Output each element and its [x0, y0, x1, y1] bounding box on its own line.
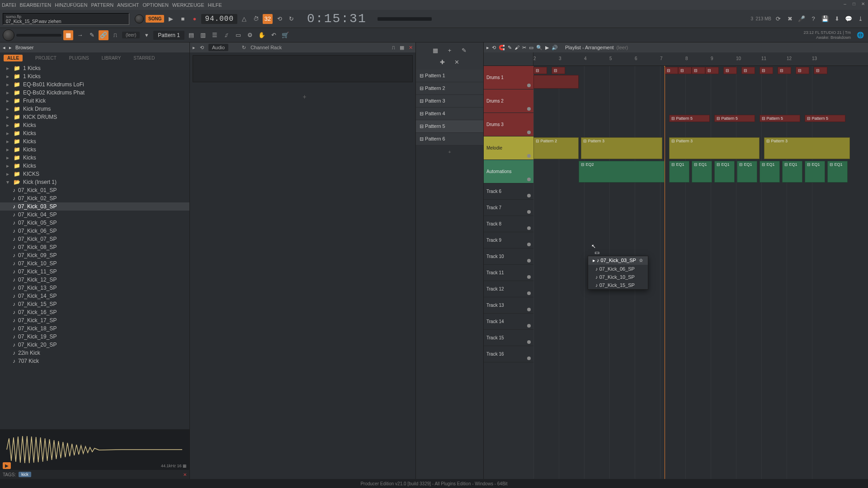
browser-folder[interactable]: ▸📁Kicks	[0, 154, 189, 162]
playlist-clip[interactable]: ⊟ Pattern 2	[533, 137, 579, 159]
track-header[interactable]: Track 14	[484, 314, 533, 330]
playlist-clip[interactable]: ⊟ Pa…n 6	[723, 67, 737, 74]
view-pianoroll-icon[interactable]: ▥	[198, 30, 208, 40]
drop-menu-item[interactable]: ▸ ♪ 07_Kick_03_SP ☆	[588, 256, 648, 265]
menu-werkzeuge[interactable]: WERKZEUGE	[172, 2, 204, 8]
browser-folder[interactable]: ▸📁KICK DRUMS	[0, 113, 189, 121]
cr-close-icon[interactable]: ✕	[409, 45, 413, 51]
loop-icon[interactable]: ↻	[286, 14, 296, 24]
pattern-add-button[interactable]: +	[416, 145, 483, 158]
view-mixer-icon[interactable]: ⎎	[222, 30, 231, 40]
browser-file[interactable]: ♪07_Kick_07_SP	[0, 235, 189, 243]
route-dropdown-icon[interactable]: ▾	[142, 30, 151, 40]
playlist-clip[interactable]: ⊟ Pa…n 6	[741, 67, 755, 74]
playlist-clip[interactable]: ⊟ EQ1	[737, 161, 757, 183]
menu-optionen[interactable]: OPTIONEN	[142, 2, 168, 8]
playlist-clip[interactable]: ⊟ Pattern 3	[581, 137, 662, 159]
cr-graph-icon[interactable]: ⎍	[392, 45, 395, 50]
playlist-clip[interactable]: ⊟ EQ1	[692, 161, 712, 183]
edit-tool-icon[interactable]: ✎	[87, 30, 97, 40]
track-mute-dot[interactable]	[527, 194, 531, 197]
sample-drop-menu[interactable]: ▸ ♪ 07_Kick_03_SP ☆ ♪ 07_Kick_06_SP ♪ 07…	[588, 256, 648, 290]
step-seq-area[interactable]	[193, 55, 413, 82]
mixer-route-empty[interactable]: (leer)	[122, 32, 140, 38]
browser-file[interactable]: ♪07_Kick_01_SP	[0, 186, 189, 194]
view-playlist-icon[interactable]: ▤	[186, 30, 196, 40]
browser-folder-open[interactable]: ▾📂Kick (Insert 1)	[0, 178, 189, 186]
track-mute-dot[interactable]	[527, 243, 531, 246]
playlist-ruler[interactable]: 2345678910111213	[484, 52, 868, 66]
drop-menu-item[interactable]: ♪ 07_Kick_10_SP	[588, 273, 648, 281]
track-header[interactable]: Track 7	[484, 200, 533, 216]
playlist-clip[interactable]: ⊟ Pattern 5	[669, 115, 710, 122]
track-header[interactable]: Automations	[484, 160, 533, 183]
link-next-icon[interactable]: →	[75, 30, 85, 40]
drop-menu-item[interactable]: ♪ 07_Kick_06_SP	[588, 265, 648, 273]
browser-file[interactable]: ♪07_Kick_16_SP	[0, 308, 189, 316]
pl-zoom-icon[interactable]: 🔍	[536, 45, 542, 51]
pattern-list-item[interactable]: ⊟ Pattern 2	[416, 82, 483, 95]
track-header[interactable]: Drums 1	[484, 66, 533, 89]
playlist-clip[interactable]: ⊟ Pattern 5	[714, 115, 755, 122]
browser-tab-library[interactable]: LIBRARY	[102, 56, 121, 61]
browser-back-icon[interactable]: ◂	[3, 45, 5, 51]
track-mute-dot[interactable]	[527, 210, 531, 214]
pl-brush-icon[interactable]: 🖌	[514, 45, 519, 50]
browser-folder[interactable]: ▸📁Kicks	[0, 145, 189, 154]
picker-plus2-icon[interactable]: ✚	[438, 57, 448, 67]
record-button[interactable]: ●	[189, 14, 199, 24]
playlist-clip[interactable]: ⊟ EQ2	[579, 161, 665, 183]
overdub-icon[interactable]: ⟲	[274, 14, 284, 24]
track-header[interactable]: Track 9	[484, 232, 533, 249]
playlist-clip[interactable]: ⊟ EQ1	[669, 161, 689, 183]
track-mute-dot[interactable]	[527, 308, 531, 311]
menu-hilfe[interactable]: HILFE	[208, 2, 222, 8]
track-header[interactable]: Track 10	[484, 249, 533, 265]
browser-file[interactable]: ♪07_Kick_06_SP	[0, 227, 189, 235]
window-close[interactable]: ✕	[860, 1, 866, 7]
play-button[interactable]: ▶	[166, 14, 176, 24]
playlist-clip[interactable]: ⊟ Pa…n 6	[665, 67, 678, 74]
download-icon[interactable]: ⤓	[855, 14, 865, 24]
track-header[interactable]: Track 13	[484, 297, 533, 314]
track-mute-dot[interactable]	[527, 107, 531, 111]
browser-file[interactable]: ♪07_Kick_08_SP	[0, 243, 189, 251]
save-icon[interactable]: 💾	[820, 14, 830, 24]
view-channelrack-icon[interactable]: ☰	[210, 30, 220, 40]
track-mute-dot[interactable]	[527, 226, 531, 230]
browser-folder[interactable]: ▸📁Kicks	[0, 137, 189, 145]
cr-options-icon[interactable]: ⟲	[200, 45, 204, 51]
cr-view-icon[interactable]: ▦	[400, 45, 404, 51]
browser-tab-project[interactable]: PROJECT	[35, 56, 57, 61]
track-mute-dot[interactable]	[527, 178, 531, 181]
step-seq-icon[interactable]: ▦	[63, 30, 73, 40]
pl-pencil-icon[interactable]: ✎	[508, 45, 512, 51]
snap-selector[interactable]: 32	[263, 14, 273, 24]
master-pitch-slider[interactable]	[16, 34, 61, 37]
track-mute-dot[interactable]	[527, 357, 531, 360]
track-header[interactable]: Track 12	[484, 281, 533, 297]
undo-icon[interactable]: ↶	[269, 30, 278, 40]
browser-file[interactable]: ♪22in Kick	[0, 349, 189, 357]
playlist-grid[interactable]: ⊟ Pa…n 6⊟ Pa…n 6⊟ Pa…n 6⊟ Pa…n 6⊟ Pa…n 6…	[533, 66, 868, 479]
picker-grid-icon[interactable]: ▦	[430, 45, 440, 55]
pattern-list-item[interactable]: ⊟ Pattern 1	[416, 70, 483, 82]
pitch-knob[interactable]	[3, 29, 14, 41]
track-mute-dot[interactable]	[527, 275, 531, 279]
browser-folder[interactable]: ▸📁Fruit Kick	[0, 97, 189, 105]
playlist-clip[interactable]: ⊟ Pa…n 6	[814, 67, 827, 74]
menu-hinzufuegen[interactable]: HINZUFÜGEN	[55, 2, 87, 8]
song-mode-button[interactable]: SONG	[146, 15, 164, 23]
cr-menu-icon[interactable]: ▸	[193, 45, 195, 51]
browser-file[interactable]: ♪07_Kick_03_SP	[0, 202, 189, 211]
browser-folder[interactable]: ▸📁Kicks	[0, 162, 189, 170]
playlist-clip[interactable]: ⊟ Pa…n 6	[678, 67, 692, 74]
view-browser-icon[interactable]: ▭	[233, 30, 243, 40]
pl-select-icon[interactable]: ▭	[529, 45, 533, 51]
cr-audio-dropdown[interactable]: Audio	[208, 44, 228, 51]
pl-play-icon[interactable]: ▶	[545, 45, 549, 51]
track-mute-dot[interactable]	[527, 154, 531, 158]
track-header[interactable]: Drums 2	[484, 89, 533, 113]
main-volume-knob[interactable]	[135, 14, 144, 23]
playlist-clip[interactable]: ⊟ Pa…n 6	[692, 67, 705, 74]
